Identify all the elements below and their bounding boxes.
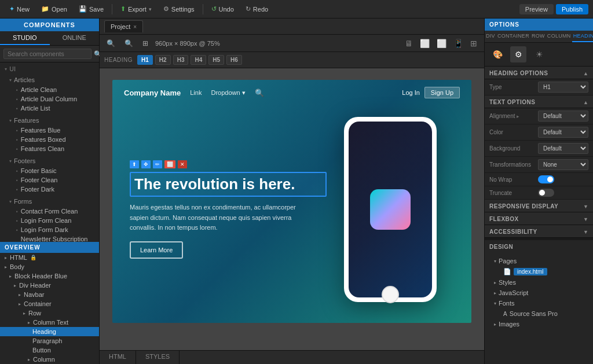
publish-button[interactable]: Publish (556, 4, 588, 14)
hero-cta-button[interactable]: Learn More (130, 241, 183, 259)
fonts-section[interactable]: ▾ Fonts (489, 298, 588, 308)
device-desktop-button[interactable]: 🖥 (402, 38, 415, 49)
tree-column[interactable]: ▸ Column (0, 355, 99, 364)
search-input[interactable] (3, 49, 91, 59)
bottom-tab-html[interactable]: HTML (100, 351, 136, 364)
type-select[interactable]: H1 (538, 82, 588, 93)
export-button[interactable]: ⬆ Export ▾ (116, 3, 156, 14)
device-mobile-button[interactable]: 📱 (451, 38, 466, 49)
tab-heading[interactable]: HEADING (572, 31, 593, 42)
device-tablet-button[interactable]: ⬜ (434, 38, 449, 49)
alignment-select[interactable]: Default (538, 111, 588, 122)
background-select[interactable]: Default (538, 143, 588, 154)
footers-label[interactable]: Footers (5, 156, 99, 166)
features-label[interactable]: Features (5, 115, 99, 126)
tab-div[interactable]: DIV (485, 31, 496, 42)
edit-btn[interactable]: ✏ (153, 160, 162, 168)
h5-button[interactable]: H5 (208, 55, 224, 65)
color-select[interactable]: Default (538, 127, 588, 138)
zoom-fit-button[interactable]: ⊞ (140, 38, 151, 49)
move-up-icon[interactable]: ⬆ (130, 160, 139, 168)
tree-heading[interactable]: Heading (0, 327, 99, 336)
tree-html[interactable]: ▸ HTML 🔒 (0, 253, 99, 262)
list-item[interactable]: Features Boxed (5, 135, 99, 144)
articles-label[interactable]: Articles (5, 75, 99, 85)
new-button[interactable]: ✦ New (5, 3, 34, 14)
list-item[interactable]: Article Dual Column (5, 94, 99, 104)
tree-button[interactable]: Button (0, 345, 99, 355)
tab-online[interactable]: ONLINE (50, 31, 100, 45)
responsive-section[interactable]: RESPONSIVE DISPLAY ▼ (485, 200, 593, 212)
tree-block-header[interactable]: ▸ Block Header Blue (0, 271, 99, 281)
open-button[interactable]: 📁 Open (36, 3, 72, 14)
list-item[interactable]: Login Form Dark (5, 225, 99, 234)
h6-button[interactable]: H6 (226, 55, 242, 65)
truncate-row: Truncate (485, 186, 593, 200)
redo-button[interactable]: ↻ Redo (241, 3, 273, 14)
tab-row[interactable]: ROW (530, 31, 546, 42)
list-item[interactable]: Contact Form Clean (5, 207, 99, 216)
pages-section[interactable]: ▾ Pages (489, 256, 588, 266)
visibility-icon-btn[interactable]: ☀ (531, 46, 547, 62)
design-label[interactable]: DESIGN (489, 244, 588, 250)
move-btn[interactable]: ✥ (141, 160, 151, 168)
subsection-features: Features Features Blue Features Boxed Fe… (0, 114, 99, 155)
save-button[interactable]: 💾 Save (74, 3, 108, 14)
tree-paragraph[interactable]: Paragraph (0, 336, 99, 345)
list-item[interactable]: Features Blue (5, 126, 99, 135)
tab-container[interactable]: CONTAINER (496, 31, 530, 42)
delete-btn[interactable]: ✕ (178, 160, 187, 168)
list-item[interactable]: Login Form Clean (5, 216, 99, 225)
zoom-in-button[interactable]: 🔍 (122, 38, 136, 49)
list-item[interactable]: Footer Dark (5, 185, 99, 194)
styles-section[interactable]: ▸ Styles (489, 277, 588, 288)
list-item[interactable]: Footer Basic (5, 166, 99, 175)
h1-button[interactable]: H1 (137, 55, 153, 65)
heading-options-section[interactable]: HEADING OPTIONS ▲ (485, 67, 593, 79)
tree-div-header[interactable]: ▸ Div Header (0, 281, 99, 290)
h2-button[interactable]: H2 (155, 55, 171, 65)
tree-navbar[interactable]: ▸ Navbar (0, 290, 99, 299)
images-section[interactable]: ▸ Images (489, 319, 588, 329)
tree-container[interactable]: ▸ Container (0, 299, 99, 308)
text-options-section[interactable]: TEXT OPTIONS ▲ (485, 95, 593, 108)
nowrap-toggle[interactable] (538, 175, 554, 183)
tree-row[interactable]: ▸ Row (0, 308, 99, 318)
list-item[interactable]: Footer Clean (5, 175, 99, 185)
device-tablet-landscape-button[interactable]: ⬜ (418, 38, 432, 49)
list-item[interactable]: Article List (5, 104, 99, 113)
accessibility-section[interactable]: ACCESSIBILITY ▼ (485, 225, 593, 238)
flexbox-section[interactable]: FLEXBOX ▼ (485, 212, 593, 225)
palette-icon-btn[interactable]: 🎨 (489, 46, 506, 62)
settings-button[interactable]: ⚙ Settings (159, 3, 199, 14)
list-item[interactable]: Features Clean (5, 144, 99, 153)
duplicate-btn[interactable]: ⬜ (164, 160, 175, 168)
h3-button[interactable]: H3 (173, 55, 189, 65)
phone-mockup (344, 117, 437, 302)
tab-studio[interactable]: STUDIO (0, 31, 50, 45)
nav-signup-button[interactable]: Sign Up (424, 87, 460, 98)
page-item[interactable]: 📄 index.html (489, 266, 588, 277)
h4-button[interactable]: H4 (191, 55, 206, 65)
section-ui[interactable]: UI (0, 62, 99, 73)
device-custom-button[interactable]: ⊞ (468, 38, 479, 49)
nav-login-button[interactable]: Log In (402, 89, 420, 96)
font-name: Source Sans Pro (510, 310, 558, 317)
javascript-section[interactable]: ▸ JavaScript (489, 288, 588, 298)
project-tab[interactable]: Project × (104, 20, 143, 32)
font-item[interactable]: A Source Sans Pro (489, 308, 588, 319)
list-item[interactable]: Newsletter Subscription F... (5, 234, 99, 242)
undo-button[interactable]: ↺ Undo (207, 3, 239, 14)
truncate-toggle[interactable] (538, 189, 554, 197)
settings-icon-btn[interactable]: ⚙ (510, 46, 526, 62)
list-item[interactable]: Article Clean (5, 85, 99, 94)
forms-label[interactable]: Forms (5, 196, 99, 207)
tab-column[interactable]: COLUMN (546, 31, 572, 42)
preview-button[interactable]: Preview (519, 4, 554, 14)
transformations-select[interactable]: None (538, 159, 588, 170)
tree-body[interactable]: ▸ Body (0, 262, 99, 271)
zoom-out-button[interactable]: 🔍 (104, 38, 118, 49)
close-icon[interactable]: × (133, 24, 137, 30)
bottom-tab-styles[interactable]: STYLES (136, 351, 180, 364)
tree-column-text[interactable]: ▸ Column Text (0, 318, 99, 327)
